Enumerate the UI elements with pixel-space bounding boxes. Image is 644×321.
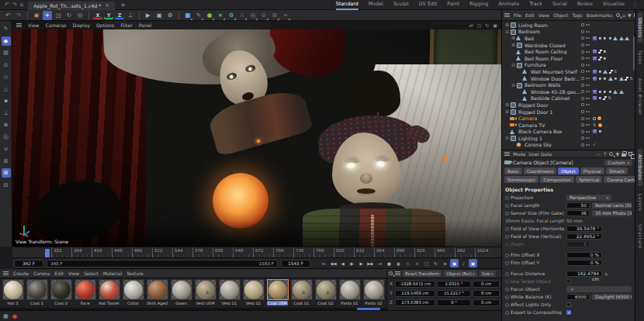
white-balance-preset-dropdown[interactable]: Daylight (6500 K) xyxy=(592,294,632,300)
flag-tag-icon[interactable] xyxy=(593,50,597,54)
playhead-marker[interactable] xyxy=(45,249,50,257)
material-menu-item[interactable]: Texture xyxy=(126,271,144,276)
polygons-mode-icon[interactable]: △ xyxy=(2,85,11,94)
material-thumbnail[interactable]: Face xyxy=(73,278,97,308)
preview-range-slider[interactable]: 340 F 1583 F xyxy=(47,260,278,268)
tex-tag-icon[interactable] xyxy=(598,90,602,94)
layout-tab-uv-edit[interactable]: UV Edit xyxy=(419,0,437,10)
model-mode-icon[interactable]: ◆ xyxy=(2,36,11,46)
x-axis-lock[interactable]: X xyxy=(93,11,102,19)
end-frame-field[interactable]: 1543 F xyxy=(281,260,310,268)
flag-tag-icon[interactable] xyxy=(593,77,597,81)
material-thumbnail[interactable]: Gown xyxy=(169,278,193,308)
autokey-button[interactable]: ◉ xyxy=(394,259,403,268)
pan-view-icon[interactable]: ⇄ xyxy=(469,22,473,28)
cycle-button[interactable]: ↻ xyxy=(431,259,440,268)
tri-tag-icon[interactable] xyxy=(619,77,624,81)
flag-tag-icon[interactable] xyxy=(593,129,597,133)
tex-tag-icon[interactable] xyxy=(598,77,602,81)
position-field[interactable]: 119.5409 cm xyxy=(395,290,435,297)
user-data-menu[interactable]: User Data xyxy=(528,151,552,157)
layout-tab-paint[interactable]: Paint xyxy=(447,0,459,10)
planar-workplane-icon[interactable]: ⊞ xyxy=(2,168,11,178)
tag-list[interactable] xyxy=(591,77,635,81)
next-frame-button[interactable]: ▶ xyxy=(357,259,365,268)
upd-tag-icon[interactable] xyxy=(593,123,597,127)
tri-tag-icon[interactable] xyxy=(608,77,613,81)
tree-row[interactable]: Bedside Cabinet xyxy=(502,95,635,102)
layout-tab-rigging[interactable]: Rigging xyxy=(469,0,488,10)
scale-tool[interactable]: ◳ xyxy=(54,11,63,20)
viewport-menu-item[interactable]: Cameras xyxy=(45,22,66,28)
chk-tag-icon[interactable] xyxy=(598,57,602,60)
rotation-field[interactable]: 15.2217 ° xyxy=(437,290,471,297)
affect-lights-checkbox[interactable] xyxy=(566,302,571,307)
tex-tag-icon[interactable] xyxy=(598,36,602,40)
current-frame-field[interactable]: 342 F xyxy=(14,260,43,268)
move-tool[interactable]: + xyxy=(43,11,52,20)
visibility-dots[interactable] xyxy=(581,77,591,80)
upd-tag-icon[interactable] xyxy=(630,77,634,81)
attribute-tab[interactable]: Details xyxy=(606,167,628,174)
scrollbar-thumb[interactable] xyxy=(357,308,380,310)
sensor-size-field[interactable]: 36 xyxy=(566,210,590,216)
tree-row[interactable]: Wall Mounted Shelf xyxy=(502,68,635,75)
visibility-dots[interactable] xyxy=(581,130,591,133)
visibility-dots[interactable] xyxy=(581,57,591,60)
upd-tag-icon[interactable] xyxy=(608,96,612,100)
tri-tag-icon[interactable] xyxy=(619,90,624,94)
attribute-tab[interactable]: Basic xyxy=(504,167,522,174)
rotation-field[interactable]: 2.0315 ° xyxy=(437,281,471,288)
tree-row[interactable]: ⊞ Bed xyxy=(502,35,635,42)
layout-tab-track[interactable]: Track xyxy=(529,0,542,10)
home-icon[interactable]: ⌂ xyxy=(622,12,625,19)
search-icon[interactable] xyxy=(616,13,620,17)
visibility-dots[interactable] xyxy=(581,123,591,126)
viewport-menu-item[interactable]: Display xyxy=(73,22,90,28)
material-menu-item[interactable]: Corona xyxy=(33,271,50,276)
material-thumbnail[interactable]: Pants 02 xyxy=(362,278,386,308)
expand-toggle-icon[interactable]: ⊟ xyxy=(511,83,516,88)
snap-icon[interactable]: Ⓐ xyxy=(2,133,11,142)
home-icon[interactable]: ⌂ xyxy=(20,0,23,10)
enable-axis-icon[interactable]: ⊗ xyxy=(2,120,11,129)
record-button[interactable]: ● xyxy=(385,259,393,268)
rotate-tool[interactable]: ↻ xyxy=(64,11,74,20)
tree-row[interactable]: Camera xyxy=(502,115,635,122)
fov-vertical-field[interactable]: 22.8952 ° xyxy=(566,233,602,240)
visibility-dots[interactable] xyxy=(581,143,591,147)
visibility-dots[interactable] xyxy=(581,103,591,106)
object-manager-menu-item[interactable]: Object xyxy=(553,12,569,18)
orbit-view-icon[interactable]: ↻ xyxy=(485,22,489,28)
document-tab[interactable]: Apple_Rot_Th...sets_1.c4d * × xyxy=(28,2,115,10)
render-settings-button[interactable]: ⚙ xyxy=(165,11,175,20)
size-mode-dropdown[interactable]: Size xyxy=(480,271,496,277)
object-manager-menu-item[interactable]: View xyxy=(538,12,549,18)
separator[interactable] xyxy=(27,12,28,19)
flag-tag-icon[interactable] xyxy=(593,70,597,74)
tex-tag-icon[interactable] xyxy=(598,70,602,74)
tag-list[interactable] xyxy=(591,143,635,147)
export-compositing-checkbox[interactable] xyxy=(566,310,571,315)
flag-tag-icon[interactable] xyxy=(593,90,597,94)
layout-tab-animate[interactable]: Animate xyxy=(498,0,519,10)
tree-row[interactable]: ⊟ Furniture xyxy=(502,62,635,69)
tree-row[interactable]: ⊞ Wardrobe Closed xyxy=(502,42,635,49)
material-menu-item[interactable]: Material xyxy=(103,271,122,276)
attribute-tab[interactable]: Physical xyxy=(580,167,604,174)
expand-toggle-icon[interactable]: ⊞ xyxy=(504,102,510,107)
keyframe-selection-button[interactable]: ◇ xyxy=(403,259,412,268)
tri-tag-icon[interactable] xyxy=(625,36,629,40)
coordinate-system-toggle[interactable]: ⊥ xyxy=(126,11,135,20)
corona-logo-icon[interactable]: ● xyxy=(12,313,17,319)
forward-icon[interactable]: ↷ xyxy=(12,0,17,10)
tex-tag-icon[interactable] xyxy=(598,129,602,133)
prev-key-button[interactable]: ◀◀ xyxy=(329,259,338,268)
material-menu-icon[interactable] xyxy=(3,271,9,275)
tag-list[interactable] xyxy=(591,36,635,40)
workplane-icon[interactable]: ⊞ xyxy=(2,157,11,166)
render-view-button[interactable]: ▶ xyxy=(144,11,153,20)
check-tag-icon[interactable] xyxy=(593,143,597,147)
tree-row[interactable]: Window Door Bedroom xyxy=(502,75,635,82)
expand-toggle-icon[interactable]: ⊟ xyxy=(511,63,516,67)
